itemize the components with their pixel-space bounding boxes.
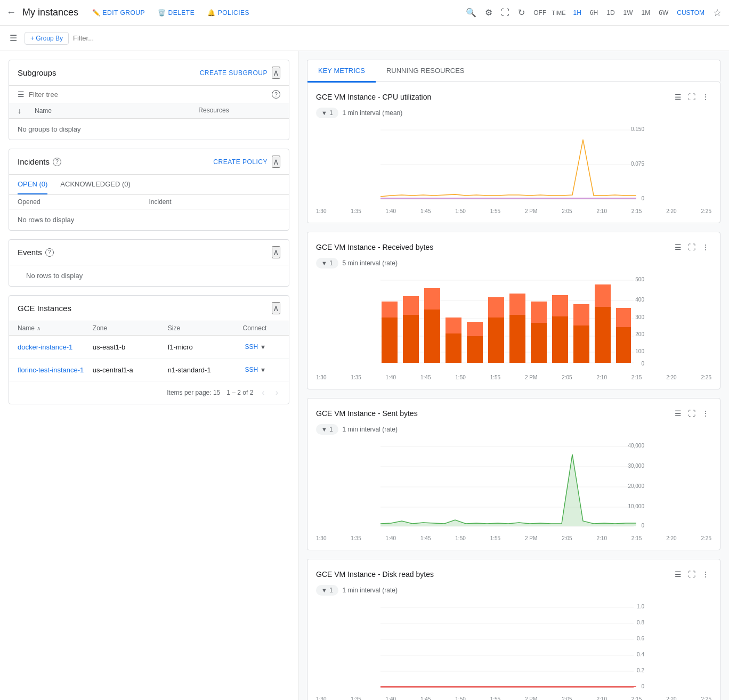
tab-acknowledged[interactable]: ACKNOWLEDGED (0)	[60, 175, 130, 194]
sent-more-button[interactable]: ⋮	[700, 407, 711, 420]
hamburger-button[interactable]: ☰	[6, 30, 20, 46]
left-panel: Subgroups CREATE SUBGROUP ∧ ☰ ? ↓ Name R…	[0, 51, 298, 700]
prev-page-button[interactable]: ‹	[260, 386, 266, 400]
disk-chart-header: GCE VM Instance - Disk read bytes ☰ ⛶ ⋮	[316, 568, 711, 581]
sent-chart-actions: ☰ ⛶ ⋮	[673, 407, 711, 420]
incidents-help-icon[interactable]: ?	[53, 158, 61, 166]
sent-fullscreen-button[interactable]: ⛶	[686, 407, 698, 420]
create-policy-link[interactable]: CREATE POLICY	[213, 158, 268, 166]
svg-rect-27	[467, 336, 483, 363]
items-per-page: Items per page: 15	[167, 389, 220, 396]
cpu-more-button[interactable]: ⋮	[700, 91, 711, 103]
filter-bar: ☰ + Group By	[0, 26, 729, 51]
instances-table-header: Name ∧ Zone Size Connect	[9, 321, 289, 336]
create-subgroup-link[interactable]: CREATE SUBGROUP	[200, 69, 268, 77]
received-x-labels: 1:301:351:401:451:501:55 2 PM2:052:102:1…	[316, 375, 711, 380]
sent-filter-icon: ▼	[321, 426, 327, 433]
received-more-button[interactable]: ⋮	[700, 241, 711, 254]
events-body: No rows to display	[9, 265, 289, 286]
instance-name-docker[interactable]: docker-instance-1	[18, 343, 93, 351]
cpu-chart-svg: 0.150 0.075 0	[316, 125, 711, 205]
filter-tree-input[interactable]	[29, 91, 268, 99]
gce-instances-title: GCE Instances	[18, 304, 71, 313]
ssh-button-florinc[interactable]: SSH	[243, 364, 261, 376]
events-section: Events ? ∧ No rows to display	[9, 239, 289, 287]
sent-list-button[interactable]: ☰	[673, 407, 684, 420]
subgroups-actions: CREATE SUBGROUP ∧	[200, 67, 280, 79]
svg-text:0: 0	[641, 361, 644, 367]
filter-help-icon[interactable]: ?	[272, 90, 280, 99]
received-list-button[interactable]: ☰	[673, 241, 684, 254]
time-6w-button[interactable]: 6W	[655, 7, 671, 19]
received-fullscreen-button[interactable]: ⛶	[686, 241, 698, 254]
time-1m-button[interactable]: 1M	[638, 7, 654, 19]
page-range: 1 – 2 of 2	[226, 389, 253, 396]
group-by-button[interactable]: + Group By	[25, 32, 69, 45]
svg-rect-37	[573, 325, 589, 363]
inst-zone-col: Zone	[93, 324, 168, 332]
svg-rect-31	[509, 315, 525, 363]
ssh-dropdown-florinc[interactable]: ▾	[261, 365, 265, 374]
ssh-button-docker[interactable]: SSH	[243, 341, 261, 353]
next-page-button[interactable]: ›	[273, 386, 280, 400]
disk-more-button[interactable]: ⋮	[700, 568, 711, 581]
gce-instances-header: GCE Instances ∧	[9, 296, 289, 321]
events-no-data: No rows to display	[18, 265, 91, 286]
refresh-button[interactable]: ↻	[515, 4, 528, 21]
edit-group-button[interactable]: ✏️ EDIT GROUP	[87, 6, 150, 20]
edit-icon: ✏️	[92, 9, 101, 17]
svg-marker-52	[380, 454, 636, 526]
cpu-chart-card: GCE VM Instance - CPU utilization ☰ ⛶ ⋮ …	[307, 82, 720, 223]
ssh-dropdown-docker[interactable]: ▾	[261, 343, 265, 351]
svg-text:0.8: 0.8	[637, 620, 644, 625]
subgroups-no-data: No groups to display	[9, 119, 289, 140]
cpu-fullscreen-button[interactable]: ⛶	[686, 91, 698, 103]
back-button[interactable]: ←	[4, 5, 18, 20]
tab-running-resources[interactable]: RUNNING RESOURCES	[376, 60, 475, 83]
subgroups-header: Subgroups CREATE SUBGROUP ∧	[9, 60, 289, 86]
disk-list-button[interactable]: ☰	[673, 568, 684, 581]
time-1d-button[interactable]: 1D	[603, 7, 618, 19]
svg-text:300: 300	[635, 314, 644, 320]
page-title: My instances	[22, 7, 78, 18]
time-off-label: OFF	[530, 7, 549, 19]
main-layout: Subgroups CREATE SUBGROUP ∧ ☰ ? ↓ Name R…	[0, 51, 729, 700]
search-button[interactable]: 🔍	[463, 4, 480, 21]
incidents-opened-col: Opened	[18, 198, 149, 206]
favorite-button[interactable]: ☆	[710, 4, 725, 22]
tab-key-metrics[interactable]: KEY METRICS	[307, 60, 376, 83]
time-custom-label[interactable]: CUSTOM	[674, 7, 708, 19]
time-6h-button[interactable]: 6H	[587, 7, 601, 19]
events-collapse-button[interactable]: ∧	[272, 246, 280, 258]
gce-instances-section: GCE Instances ∧ Name ∧ Zone Size Connect…	[9, 295, 289, 404]
policies-button[interactable]: 🔔 POLICIES	[202, 6, 255, 20]
instance-name-florinc[interactable]: florinc-test-instance-1	[18, 366, 93, 374]
svg-text:40,000: 40,000	[628, 443, 644, 449]
sort-button[interactable]: ↓	[18, 107, 21, 115]
delete-button[interactable]: 🗑️ DELETE	[152, 6, 200, 20]
events-help-icon[interactable]: ?	[45, 248, 54, 257]
sent-x-labels: 1:301:351:401:451:501:55 2 PM2:052:102:1…	[316, 535, 711, 541]
table-row: florinc-test-instance-1 us-central1-a n1…	[9, 359, 289, 381]
tab-open[interactable]: OPEN (0)	[18, 175, 47, 194]
subgroups-resources-column: Resources	[198, 107, 280, 115]
instance-size-docker: f1-micro	[168, 343, 243, 351]
filter-input[interactable]	[73, 34, 723, 42]
incidents-section: Incidents ? CREATE POLICY ∧ OPEN (0) ACK…	[9, 149, 289, 231]
disk-filter-badge: ▼ 1	[316, 585, 338, 596]
incidents-collapse-button[interactable]: ∧	[272, 156, 280, 168]
fullscreen-button[interactable]: ⛶	[498, 5, 513, 21]
disk-chart-title: GCE VM Instance - Disk read bytes	[316, 570, 434, 579]
svg-text:400: 400	[635, 297, 644, 303]
time-1h-button[interactable]: 1H	[570, 7, 585, 19]
events-title: Events ?	[18, 248, 54, 257]
subgroups-collapse-button[interactable]: ∧	[272, 67, 280, 79]
time-1w-button[interactable]: 1W	[620, 7, 636, 19]
cpu-list-button[interactable]: ☰	[673, 91, 684, 103]
time-label: TIME	[552, 10, 565, 16]
disk-fullscreen-button[interactable]: ⛶	[686, 568, 698, 581]
right-controls: 🔍 ⚙ ⛶ ↻ OFF TIME 1H 6H 1D 1W 1M 6W CUSTO…	[463, 4, 725, 22]
gce-instances-collapse-button[interactable]: ∧	[272, 302, 280, 314]
settings-button[interactable]: ⚙	[482, 4, 496, 21]
top-nav: ← My instances ✏️ EDIT GROUP 🗑️ DELETE 🔔…	[0, 0, 729, 26]
